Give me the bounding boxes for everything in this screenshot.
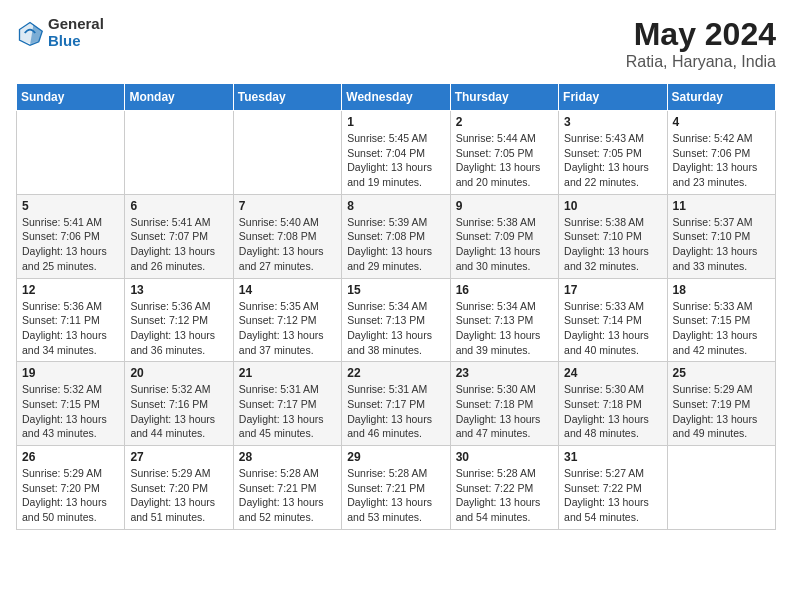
logo-text: General Blue bbox=[48, 16, 104, 49]
table-row: 16Sunrise: 5:34 AM Sunset: 7:13 PM Dayli… bbox=[450, 278, 558, 362]
table-row: 6Sunrise: 5:41 AM Sunset: 7:07 PM Daylig… bbox=[125, 194, 233, 278]
day-info: Sunrise: 5:34 AM Sunset: 7:13 PM Dayligh… bbox=[347, 299, 444, 358]
day-number: 21 bbox=[239, 366, 336, 380]
table-row: 21Sunrise: 5:31 AM Sunset: 7:17 PM Dayli… bbox=[233, 362, 341, 446]
table-row bbox=[125, 111, 233, 195]
table-row: 23Sunrise: 5:30 AM Sunset: 7:18 PM Dayli… bbox=[450, 362, 558, 446]
table-row: 25Sunrise: 5:29 AM Sunset: 7:19 PM Dayli… bbox=[667, 362, 775, 446]
table-row: 2Sunrise: 5:44 AM Sunset: 7:05 PM Daylig… bbox=[450, 111, 558, 195]
day-number: 3 bbox=[564, 115, 661, 129]
day-info: Sunrise: 5:36 AM Sunset: 7:12 PM Dayligh… bbox=[130, 299, 227, 358]
day-info: Sunrise: 5:33 AM Sunset: 7:14 PM Dayligh… bbox=[564, 299, 661, 358]
table-row: 9Sunrise: 5:38 AM Sunset: 7:09 PM Daylig… bbox=[450, 194, 558, 278]
table-row: 11Sunrise: 5:37 AM Sunset: 7:10 PM Dayli… bbox=[667, 194, 775, 278]
page-header: General Blue May 2024 Ratia, Haryana, In… bbox=[16, 16, 776, 71]
day-info: Sunrise: 5:35 AM Sunset: 7:12 PM Dayligh… bbox=[239, 299, 336, 358]
day-info: Sunrise: 5:38 AM Sunset: 7:10 PM Dayligh… bbox=[564, 215, 661, 274]
day-info: Sunrise: 5:28 AM Sunset: 7:21 PM Dayligh… bbox=[239, 466, 336, 525]
calendar-week-row: 12Sunrise: 5:36 AM Sunset: 7:11 PM Dayli… bbox=[17, 278, 776, 362]
calendar-week-row: 26Sunrise: 5:29 AM Sunset: 7:20 PM Dayli… bbox=[17, 446, 776, 530]
logo-icon bbox=[16, 19, 44, 47]
day-number: 13 bbox=[130, 283, 227, 297]
day-number: 28 bbox=[239, 450, 336, 464]
day-number: 17 bbox=[564, 283, 661, 297]
day-number: 19 bbox=[22, 366, 119, 380]
table-row: 31Sunrise: 5:27 AM Sunset: 7:22 PM Dayli… bbox=[559, 446, 667, 530]
day-info: Sunrise: 5:36 AM Sunset: 7:11 PM Dayligh… bbox=[22, 299, 119, 358]
day-number: 25 bbox=[673, 366, 770, 380]
table-row: 24Sunrise: 5:30 AM Sunset: 7:18 PM Dayli… bbox=[559, 362, 667, 446]
day-info: Sunrise: 5:42 AM Sunset: 7:06 PM Dayligh… bbox=[673, 131, 770, 190]
table-row: 8Sunrise: 5:39 AM Sunset: 7:08 PM Daylig… bbox=[342, 194, 450, 278]
table-row: 13Sunrise: 5:36 AM Sunset: 7:12 PM Dayli… bbox=[125, 278, 233, 362]
day-number: 24 bbox=[564, 366, 661, 380]
col-monday: Monday bbox=[125, 84, 233, 111]
day-number: 1 bbox=[347, 115, 444, 129]
calendar-header-row: Sunday Monday Tuesday Wednesday Thursday… bbox=[17, 84, 776, 111]
day-number: 18 bbox=[673, 283, 770, 297]
table-row: 12Sunrise: 5:36 AM Sunset: 7:11 PM Dayli… bbox=[17, 278, 125, 362]
day-number: 5 bbox=[22, 199, 119, 213]
col-friday: Friday bbox=[559, 84, 667, 111]
day-number: 7 bbox=[239, 199, 336, 213]
day-info: Sunrise: 5:38 AM Sunset: 7:09 PM Dayligh… bbox=[456, 215, 553, 274]
table-row: 29Sunrise: 5:28 AM Sunset: 7:21 PM Dayli… bbox=[342, 446, 450, 530]
day-number: 29 bbox=[347, 450, 444, 464]
table-row: 10Sunrise: 5:38 AM Sunset: 7:10 PM Dayli… bbox=[559, 194, 667, 278]
day-number: 15 bbox=[347, 283, 444, 297]
day-number: 27 bbox=[130, 450, 227, 464]
day-info: Sunrise: 5:45 AM Sunset: 7:04 PM Dayligh… bbox=[347, 131, 444, 190]
table-row: 20Sunrise: 5:32 AM Sunset: 7:16 PM Dayli… bbox=[125, 362, 233, 446]
day-info: Sunrise: 5:41 AM Sunset: 7:07 PM Dayligh… bbox=[130, 215, 227, 274]
day-info: Sunrise: 5:41 AM Sunset: 7:06 PM Dayligh… bbox=[22, 215, 119, 274]
day-number: 12 bbox=[22, 283, 119, 297]
table-row: 26Sunrise: 5:29 AM Sunset: 7:20 PM Dayli… bbox=[17, 446, 125, 530]
day-number: 26 bbox=[22, 450, 119, 464]
calendar-week-row: 5Sunrise: 5:41 AM Sunset: 7:06 PM Daylig… bbox=[17, 194, 776, 278]
month-year-title: May 2024 bbox=[626, 16, 776, 53]
day-info: Sunrise: 5:29 AM Sunset: 7:20 PM Dayligh… bbox=[130, 466, 227, 525]
day-number: 20 bbox=[130, 366, 227, 380]
day-number: 4 bbox=[673, 115, 770, 129]
day-info: Sunrise: 5:33 AM Sunset: 7:15 PM Dayligh… bbox=[673, 299, 770, 358]
day-info: Sunrise: 5:29 AM Sunset: 7:19 PM Dayligh… bbox=[673, 382, 770, 441]
col-tuesday: Tuesday bbox=[233, 84, 341, 111]
day-number: 30 bbox=[456, 450, 553, 464]
table-row: 5Sunrise: 5:41 AM Sunset: 7:06 PM Daylig… bbox=[17, 194, 125, 278]
day-number: 22 bbox=[347, 366, 444, 380]
table-row: 18Sunrise: 5:33 AM Sunset: 7:15 PM Dayli… bbox=[667, 278, 775, 362]
table-row bbox=[233, 111, 341, 195]
day-info: Sunrise: 5:31 AM Sunset: 7:17 PM Dayligh… bbox=[347, 382, 444, 441]
day-number: 16 bbox=[456, 283, 553, 297]
logo-blue-text: Blue bbox=[48, 33, 104, 50]
day-info: Sunrise: 5:27 AM Sunset: 7:22 PM Dayligh… bbox=[564, 466, 661, 525]
day-info: Sunrise: 5:30 AM Sunset: 7:18 PM Dayligh… bbox=[456, 382, 553, 441]
day-number: 8 bbox=[347, 199, 444, 213]
day-number: 23 bbox=[456, 366, 553, 380]
logo-general-text: General bbox=[48, 16, 104, 33]
col-sunday: Sunday bbox=[17, 84, 125, 111]
table-row: 14Sunrise: 5:35 AM Sunset: 7:12 PM Dayli… bbox=[233, 278, 341, 362]
day-number: 10 bbox=[564, 199, 661, 213]
day-info: Sunrise: 5:44 AM Sunset: 7:05 PM Dayligh… bbox=[456, 131, 553, 190]
day-number: 14 bbox=[239, 283, 336, 297]
logo: General Blue bbox=[16, 16, 104, 49]
day-info: Sunrise: 5:32 AM Sunset: 7:15 PM Dayligh… bbox=[22, 382, 119, 441]
col-saturday: Saturday bbox=[667, 84, 775, 111]
calendar-week-row: 19Sunrise: 5:32 AM Sunset: 7:15 PM Dayli… bbox=[17, 362, 776, 446]
day-info: Sunrise: 5:37 AM Sunset: 7:10 PM Dayligh… bbox=[673, 215, 770, 274]
col-thursday: Thursday bbox=[450, 84, 558, 111]
day-number: 6 bbox=[130, 199, 227, 213]
day-info: Sunrise: 5:43 AM Sunset: 7:05 PM Dayligh… bbox=[564, 131, 661, 190]
title-block: May 2024 Ratia, Haryana, India bbox=[626, 16, 776, 71]
day-number: 2 bbox=[456, 115, 553, 129]
day-info: Sunrise: 5:34 AM Sunset: 7:13 PM Dayligh… bbox=[456, 299, 553, 358]
day-info: Sunrise: 5:28 AM Sunset: 7:22 PM Dayligh… bbox=[456, 466, 553, 525]
table-row: 1Sunrise: 5:45 AM Sunset: 7:04 PM Daylig… bbox=[342, 111, 450, 195]
table-row: 19Sunrise: 5:32 AM Sunset: 7:15 PM Dayli… bbox=[17, 362, 125, 446]
table-row: 27Sunrise: 5:29 AM Sunset: 7:20 PM Dayli… bbox=[125, 446, 233, 530]
table-row: 15Sunrise: 5:34 AM Sunset: 7:13 PM Dayli… bbox=[342, 278, 450, 362]
day-info: Sunrise: 5:40 AM Sunset: 7:08 PM Dayligh… bbox=[239, 215, 336, 274]
table-row: 4Sunrise: 5:42 AM Sunset: 7:06 PM Daylig… bbox=[667, 111, 775, 195]
calendar-table: Sunday Monday Tuesday Wednesday Thursday… bbox=[16, 83, 776, 530]
